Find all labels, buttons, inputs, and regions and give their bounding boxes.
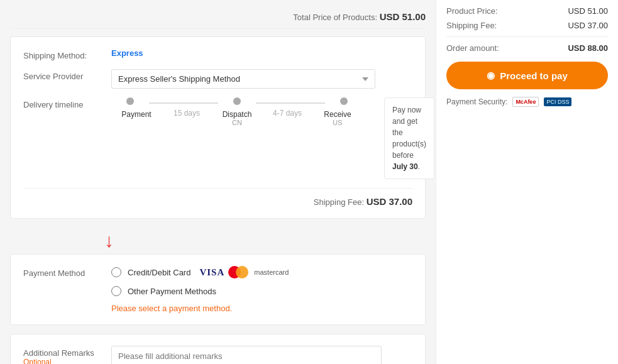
service-provider-row: Service Provider Express Seller's Shippi… bbox=[23, 69, 412, 89]
payment-method-row: Payment Method Credit/Debit Card VISA m bbox=[23, 266, 412, 313]
shipping-section-card: Shipping Method: Express Service Provide… bbox=[10, 36, 426, 219]
sidebar-order-amount-row: Order amount: USD 88.00 bbox=[446, 43, 608, 53]
delivery-timeline-label: Delivery timeline bbox=[23, 97, 111, 109]
sidebar-shipping-fee-label: Shipping Fee: bbox=[446, 21, 497, 30]
service-provider-dropdown-wrapper: Express Seller's Shipping Method bbox=[111, 69, 412, 89]
pci-badge: PCI DSS bbox=[544, 97, 571, 106]
radio-card[interactable] bbox=[111, 267, 121, 277]
remarks-optional-label: Optional bbox=[23, 358, 111, 364]
timeline-labels-row: Payment 15 days Dispatch CN bbox=[111, 108, 363, 126]
shipping-fee-label: Shipping Fee: bbox=[314, 197, 364, 207]
timeline-dot-dispatch bbox=[233, 97, 241, 105]
payment-option-other: Other Payment Methods bbox=[111, 286, 412, 296]
mcafee-badge: McAfee bbox=[512, 97, 539, 107]
sidebar-product-price-row: Product Price: USD 51.00 bbox=[446, 6, 608, 16]
service-provider-label: Service Provider bbox=[23, 69, 111, 81]
shipping-method-label: Shipping Method: bbox=[23, 48, 111, 60]
timeline-dot-receive bbox=[340, 97, 348, 105]
step-dispatch: Dispatch CN bbox=[212, 108, 262, 126]
sidebar-divider bbox=[446, 36, 608, 37]
sidebar: Product Price: USD 51.00 Shipping Fee: U… bbox=[436, 0, 618, 364]
total-price-label: Total Price of Products: bbox=[293, 13, 377, 22]
step-payment: Payment bbox=[111, 108, 162, 119]
card-option-label: Credit/Debit Card bbox=[128, 268, 190, 277]
remarks-label: Additional Remarks bbox=[23, 348, 111, 358]
mc-orange-circle bbox=[236, 266, 248, 279]
payment-method-label: Payment Method bbox=[23, 266, 111, 278]
mastercard-text: mastercard bbox=[254, 268, 289, 276]
red-arrow-icon: ↓ bbox=[104, 231, 114, 250]
tooltip-date: July 30 bbox=[392, 162, 418, 171]
delivery-timeline-content: Payment 15 days Dispatch CN bbox=[111, 97, 434, 179]
sidebar-order-amount-label: Order amount: bbox=[446, 43, 499, 53]
service-provider-dropdown[interactable]: Express Seller's Shipping Method bbox=[111, 69, 375, 89]
step-dispatch-sublabel: CN bbox=[232, 119, 242, 126]
shipping-fee-value: USD 37.00 bbox=[367, 196, 412, 207]
timeline-line-2 bbox=[256, 102, 325, 104]
tooltip-text: Pay now and get the product(s) before bbox=[392, 106, 426, 160]
payment-method-options: Credit/Debit Card VISA mastercard bbox=[111, 266, 412, 313]
delivery-timeline-row: Delivery timeline bbox=[23, 97, 412, 179]
proceed-btn-icon: ◉ bbox=[487, 70, 495, 81]
shipping-fee-row: Shipping Fee: USD 37.00 bbox=[23, 188, 412, 207]
sidebar-shipping-fee-row: Shipping Fee: USD 37.00 bbox=[446, 21, 608, 30]
sidebar-product-price-label: Product Price: bbox=[446, 6, 498, 16]
shipping-method-row: Shipping Method: Express bbox=[23, 48, 412, 60]
payment-option-card: Credit/Debit Card VISA mastercard bbox=[111, 266, 412, 279]
sidebar-shipping-fee-value: USD 37.00 bbox=[568, 21, 608, 30]
remarks-row: Additional Remarks Optional 0/2000 bbox=[23, 346, 412, 364]
step-days-right: 4-7 days bbox=[262, 109, 312, 118]
timeline-dot-payment bbox=[126, 97, 134, 105]
payment-security-label: Payment Security: bbox=[446, 97, 507, 106]
step-receive-sublabel: US bbox=[333, 119, 342, 126]
other-option-label: Other Payment Methods bbox=[128, 287, 216, 296]
total-price-value: USD 51.00 bbox=[380, 11, 426, 22]
visa-logo: VISA bbox=[199, 267, 224, 278]
timeline-tooltip: Pay now and get the product(s) before Ju… bbox=[384, 97, 434, 179]
middle-days-label: 4-7 days bbox=[273, 109, 302, 118]
proceed-btn-label: Proceed to pay bbox=[500, 70, 568, 81]
shipping-method-value: Express bbox=[111, 48, 412, 58]
sidebar-order-amount-value: USD 88.00 bbox=[568, 43, 608, 53]
step-dispatch-label: Dispatch bbox=[223, 110, 252, 119]
payment-method-section: Payment Method Credit/Debit Card VISA m bbox=[10, 254, 426, 325]
step-days-left: 15 days bbox=[162, 109, 212, 118]
arrow-divider: ↓ bbox=[10, 228, 426, 254]
remarks-section: Additional Remarks Optional 0/2000 bbox=[10, 334, 426, 364]
card-logos: VISA mastercard bbox=[199, 266, 289, 279]
remarks-input-wrapper: 0/2000 bbox=[111, 346, 412, 364]
mastercard-logo bbox=[228, 266, 248, 279]
tooltip-period: . bbox=[418, 162, 420, 171]
step-receive-label: Receive bbox=[324, 110, 351, 119]
radio-other[interactable] bbox=[111, 286, 121, 296]
payment-error-message: Please select a payment method. bbox=[111, 304, 412, 313]
sidebar-product-price-value: USD 51.00 bbox=[568, 6, 608, 16]
timeline-line-1 bbox=[149, 102, 218, 104]
payment-security-row: Payment Security: McAfee PCI DSS bbox=[446, 97, 608, 107]
remarks-label-wrapper: Additional Remarks Optional bbox=[23, 346, 111, 364]
total-price-header: Total Price of Products: USD 51.00 bbox=[10, 6, 426, 29]
left-days-label: 15 days bbox=[174, 109, 200, 118]
proceed-to-pay-button[interactable]: ◉ Proceed to pay bbox=[446, 62, 608, 89]
timeline-wrapper: Payment 15 days Dispatch CN bbox=[111, 97, 363, 126]
step-payment-label: Payment bbox=[121, 110, 151, 119]
remarks-textarea[interactable] bbox=[111, 346, 382, 364]
step-receive: Receive US bbox=[312, 108, 363, 126]
timeline-dots-row bbox=[111, 97, 363, 105]
